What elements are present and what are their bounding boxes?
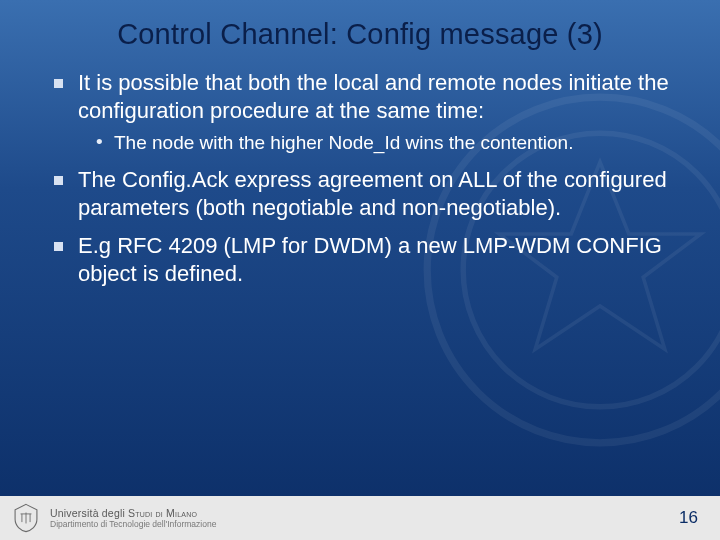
bullet-item: E.g RFC 4209 (LMP for DWDM) a new LMP-WD… xyxy=(50,232,670,288)
bullet-text: E.g RFC 4209 (LMP for DWDM) a new LMP-WD… xyxy=(78,233,662,286)
bullet-item: It is possible that both the local and r… xyxy=(50,69,670,156)
sub-bullet-item: The node with the higher Node_Id wins th… xyxy=(94,131,670,155)
university-crest-icon xyxy=(12,503,40,533)
sub-bullet-text: The node with the higher Node_Id wins th… xyxy=(114,132,573,153)
department-label: Dipartimento di Tecnologie dell'Informaz… xyxy=(50,520,216,529)
bullet-text: The Config.Ack express agreement on ALL … xyxy=(78,167,667,220)
uni-name-prefix: Università degli xyxy=(50,507,128,519)
bullet-item: The Config.Ack express agreement on ALL … xyxy=(50,166,670,222)
page-number: 16 xyxy=(679,508,698,528)
slide-content: It is possible that both the local and r… xyxy=(0,61,720,288)
bullet-text: It is possible that both the local and r… xyxy=(78,70,669,123)
slide-title: Control Channel: Config message (3) xyxy=(0,0,720,61)
university-label: Università degli Studi di Milano Diparti… xyxy=(50,508,216,529)
footer-bar: Università degli Studi di Milano Diparti… xyxy=(0,496,720,540)
uni-name-main: Studi di Milano xyxy=(128,507,197,519)
